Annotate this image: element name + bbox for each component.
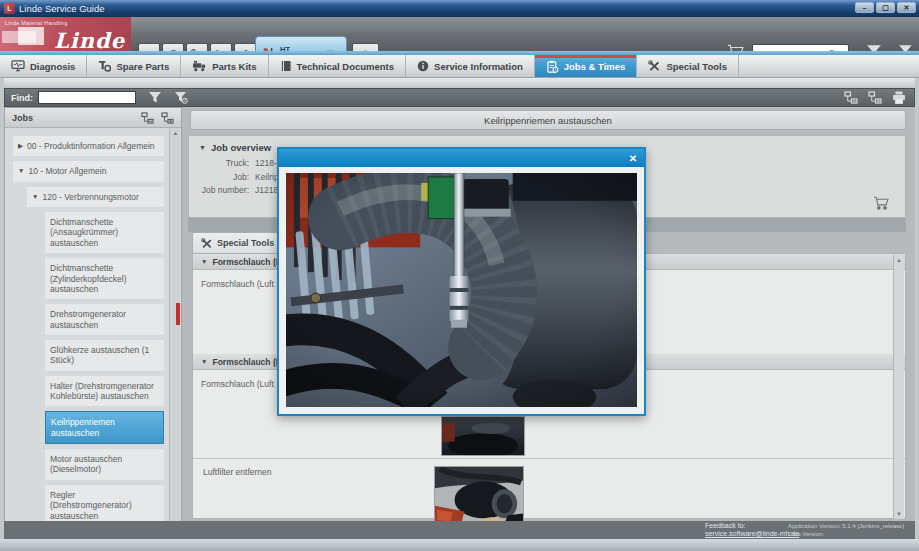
- tree-collapse-icon: [844, 91, 858, 104]
- find-label: Find:: [11, 93, 33, 103]
- chevron-down-icon: ▼: [201, 258, 207, 265]
- sidebar-expand-tree-button[interactable]: [161, 112, 174, 124]
- main-tabbar: Diagnosis Spare Parts Parts Kits Technic…: [0, 55, 919, 78]
- job-overview-title: Job overview: [211, 142, 271, 153]
- find-toolbar: Find:: [4, 88, 915, 107]
- tab-label: Parts Kits: [212, 61, 256, 72]
- tab-diagnosis[interactable]: Diagnosis: [0, 55, 87, 77]
- jobs-sidebar: Jobs ▶ 00 - Produktinformation Allgemein…: [4, 107, 182, 536]
- printer-icon: [892, 91, 906, 104]
- print-button[interactable]: [892, 91, 906, 104]
- tree-item-label: 00 - Produktinformation Allgemein: [27, 141, 155, 151]
- tree-item-label: Halter (Drehstromgenerator Kohlebürste) …: [50, 381, 159, 402]
- tree-item-label: Glühkerze austauschen (1 Stück): [50, 345, 159, 366]
- parts-truck-icon: [192, 60, 207, 72]
- tab-jobs-and-times[interactable]: Jobs & Times: [535, 55, 638, 77]
- tab-technical-documents[interactable]: Technical Documents: [269, 55, 407, 77]
- spare-parts-icon: [98, 60, 111, 72]
- step-thumbnail-image[interactable]: [441, 416, 525, 456]
- collapse-tree-button[interactable]: [844, 91, 858, 104]
- status-footer: Feedback to: service.software@linde-mh.d…: [0, 521, 919, 539]
- tree-item[interactable]: Dichtmanschette (Zylinderkopfdeckel) aus…: [45, 258, 164, 299]
- scroll-down-icon[interactable]: ▼: [894, 509, 904, 519]
- find-filter-button[interactable]: [148, 91, 162, 104]
- tree-item[interactable]: Dichtmanschette (Ansaugkrümmer) austausc…: [45, 212, 164, 253]
- info-icon: [417, 60, 429, 72]
- job-title-bar: Keilrippenriemen austauschen: [190, 110, 906, 130]
- step-divider: [193, 458, 905, 459]
- dialog-titlebar[interactable]: ✕: [279, 149, 644, 167]
- chevron-down-icon[interactable]: ▼: [199, 144, 206, 151]
- tree-item-label: Dichtmanschette (Zylinderkopfdeckel) aus…: [50, 263, 159, 294]
- jobs-tree: ▶ 00 - Produktinformation Allgemein ▼ 10…: [5, 128, 181, 535]
- window-right-edge: [915, 78, 919, 539]
- scroll-up-icon[interactable]: ▲: [170, 128, 181, 138]
- tree-item[interactable]: Glühkerze austauschen (1 Stück): [45, 340, 164, 371]
- chevron-right-icon[interactable]: ▶: [18, 141, 23, 150]
- linde-logo: Linde Material Handling Linde: [0, 17, 131, 55]
- tab-spare-parts[interactable]: Spare Parts: [87, 55, 181, 77]
- tab-label: Jobs & Times: [564, 61, 626, 72]
- chevron-down-icon[interactable]: ▼: [18, 166, 24, 175]
- tab-service-information[interactable]: Service Information: [406, 55, 535, 77]
- dialog-close-button[interactable]: ✕: [626, 152, 640, 165]
- tree-item[interactable]: Regler (Drehstromgenerator) austauschen: [45, 485, 164, 526]
- tree-item[interactable]: Motor austauschen (Dieselmotor): [45, 449, 164, 480]
- app-icon: L: [4, 3, 15, 14]
- job-title: Keilrippenriemen austauschen: [484, 115, 612, 126]
- tabbar-sub-strip: [0, 78, 919, 88]
- tools-icon: [648, 60, 661, 72]
- luftfilter-thumbnail-image[interactable]: [434, 466, 524, 528]
- window-title: Linde Service Guide: [19, 3, 105, 14]
- find-filter-clear-button[interactable]: [174, 91, 188, 104]
- application-version: Application Version: 5.1.4 [Jenkins_rele…: [788, 523, 919, 531]
- tab-label: Special Tools: [666, 61, 727, 72]
- tab-special-tools[interactable]: Special Tools: [637, 55, 739, 77]
- tree-item-label: Keilrippenriemen austauschen: [51, 417, 158, 438]
- overview-cart-button[interactable]: [873, 195, 891, 211]
- funnel-icon: [148, 91, 162, 104]
- tab-label: Diagnosis: [30, 61, 75, 72]
- app-header: Linde Material Handling Linde: [0, 17, 919, 55]
- clipboard-clock-icon: [546, 60, 559, 73]
- brand-graphic: [18, 27, 44, 45]
- tools-icon: [201, 238, 213, 249]
- sidebar-title: Jobs: [12, 113, 141, 123]
- dialog-photo: [286, 173, 637, 407]
- tab-label: Spare Parts: [116, 61, 169, 72]
- scroll-up-icon[interactable]: ▲: [894, 255, 904, 265]
- tree-collapse-icon: [141, 112, 154, 124]
- detail-scrollbar[interactable]: ▲ ▼: [893, 255, 904, 519]
- tree-expand-icon: [161, 112, 174, 124]
- tab-parts-kits[interactable]: Parts Kits: [181, 55, 268, 77]
- sidebar-scrollbar[interactable]: ▲ ▼: [169, 128, 180, 535]
- close-button[interactable]: ✕: [897, 2, 916, 13]
- sidebar-collapse-tree-button[interactable]: [141, 112, 154, 124]
- find-input[interactable]: [38, 91, 136, 104]
- tree-item[interactable]: Drehstromgenerator austauschen: [45, 304, 164, 335]
- tree-item[interactable]: Halter (Drehstromgenerator Kohlebürste) …: [45, 376, 164, 407]
- sidebar-header: Jobs: [5, 108, 181, 128]
- book-icon: [280, 60, 292, 72]
- chevron-down-icon[interactable]: ▼: [32, 192, 38, 201]
- feedback-label: Feedback to:: [705, 522, 799, 530]
- tree-item[interactable]: Keilrippenriemen austauschen: [45, 411, 164, 444]
- tree-item-label: Dichtmanschette (Ansaugkrümmer) austausc…: [50, 217, 159, 248]
- linde-service-guide-window: L Linde Service Guide – ▢ ✕ Linde Materi…: [0, 0, 919, 551]
- tree-item[interactable]: ▶ 00 - Produktinformation Allgemein: [13, 136, 164, 156]
- maximize-button[interactable]: ▢: [876, 2, 895, 13]
- monitor-icon: [11, 60, 25, 72]
- chevron-down-icon: ▼: [201, 358, 207, 365]
- tree-item-label: Drehstromgenerator austauschen: [50, 309, 159, 330]
- feedback-email-link[interactable]: service.software@linde-mh.de: [705, 530, 799, 538]
- detail-tab-special-tools[interactable]: Special Tools: [192, 232, 283, 253]
- tree-item[interactable]: ▼ 10 - Motor Allgemein: [13, 161, 164, 181]
- expand-tree-button[interactable]: [868, 91, 882, 104]
- brand-tagline: Linde Material Handling: [5, 20, 67, 26]
- tree-item-label: 120 - Verbrennungsmotor: [42, 192, 138, 202]
- tab-label: Service Information: [434, 61, 523, 72]
- window-titlebar: L Linde Service Guide – ▢ ✕: [0, 0, 919, 17]
- tree-item-label: Regler (Drehstromgenerator) austauschen: [50, 490, 159, 521]
- tree-item[interactable]: ▼ 120 - Verbrennungsmotor: [27, 187, 164, 207]
- minimize-button[interactable]: –: [855, 2, 874, 13]
